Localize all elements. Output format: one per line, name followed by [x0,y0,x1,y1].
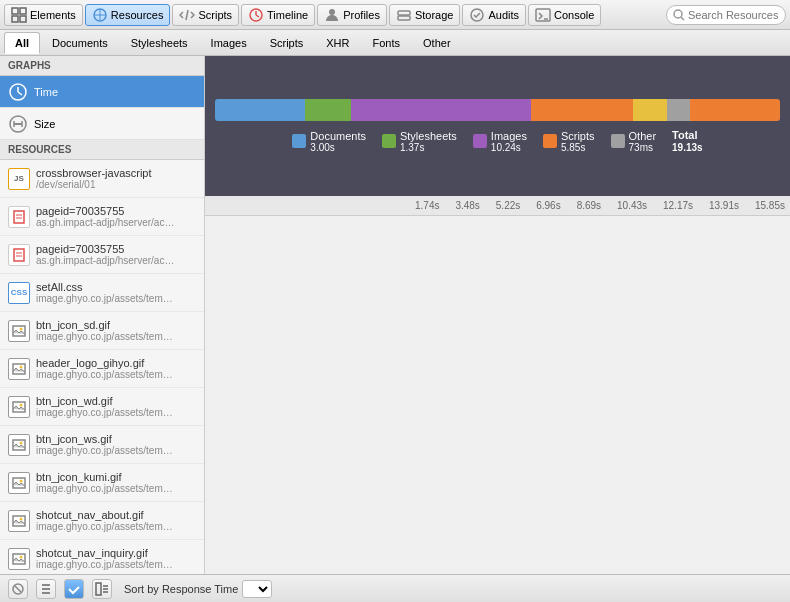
svg-point-34 [20,365,23,368]
resource-url: image.ghyo.co.jp/assets/template''' [36,369,176,380]
resource-url: image.ghyo.co.jp/assets/template''' [36,559,176,570]
resource-text: pageid=70035755 as.gh.impact-adjp/hserve… [36,205,176,228]
timeline-bar-segment [667,99,690,121]
resource-item[interactable]: pageid=70035755 as.gh.impact-adjp/hserve… [0,236,204,274]
filter-tabs: All Documents Stylesheets Images Scripts… [0,30,790,56]
graph-time[interactable]: Time [0,76,204,108]
audits-button[interactable]: Audits [462,4,526,26]
resource-item[interactable]: btn_jcon_kumi.gif image.ghyo.co.jp/asset… [0,464,204,502]
resource-item[interactable]: JS crossbrowser-javascript /dev/serial/0… [0,160,204,198]
svg-point-32 [20,327,23,330]
resource-item[interactable]: btn_jcon_ws.gif image.ghyo.co.jp/assets/… [0,426,204,464]
timeline-bar-segment [215,99,305,121]
svg-rect-2 [12,16,18,22]
legend-color [292,134,306,148]
check-button[interactable] [64,579,84,599]
resources-icon [92,7,108,23]
tab-documents[interactable]: Documents [41,32,119,54]
resource-text: crossbrowser-javascript /dev/serial/01 [36,167,152,190]
tab-xhr[interactable]: XHR [315,32,360,54]
resource-item[interactable]: btn_jcon_sd.gif image.ghyo.co.jp/assets/… [0,312,204,350]
svg-line-9 [256,15,259,17]
resource-icon [8,320,30,342]
resource-item[interactable]: pageid=70035755 as.gh.impact-adjp/hserve… [0,198,204,236]
tab-scripts[interactable]: Scripts [259,32,315,54]
graphs-header: GRAPHS [0,56,204,76]
resource-timeline [205,216,790,574]
resource-text: btn_jcon_ws.gif image.ghyo.co.jp/assets/… [36,433,176,456]
timeline-ruler: 1.74s3.48s5.22s6.96s8.69s10.43s12.17s13.… [205,196,790,216]
resource-item[interactable]: shotcut_nav_inquiry.gif image.ghyo.co.jp… [0,540,204,574]
resource-icon [8,510,30,532]
legend-label: Total19.13s [672,129,703,153]
elements-label: Elements [30,9,76,21]
resource-item[interactable]: header_logo_gihyo.gif image.ghyo.co.jp/a… [0,350,204,388]
clear-button[interactable] [8,579,28,599]
resource-item[interactable]: btn_jcon_wd.gif image.ghyo.co.jp/assets/… [0,388,204,426]
timeline-bar-segment [633,99,667,121]
legend-value: 5.85s [561,142,595,153]
legend-label: Other [629,130,657,142]
resource-item[interactable]: shotcut_nav_about.gif image.ghyo.co.jp/a… [0,502,204,540]
graph-size[interactable]: Size [0,108,204,140]
console-button[interactable]: Console [528,4,601,26]
resource-url: as.gh.impact-adjp/hserver/acc_re''' [36,255,176,266]
svg-rect-12 [398,16,410,20]
legend-item: Scripts 5.85s [543,130,595,153]
resource-name: shotcut_nav_about.gif [36,509,176,521]
legend-text: Documents 3.00s [310,130,366,153]
resources-button[interactable]: Resources [85,4,171,26]
storage-button[interactable]: Storage [389,4,461,26]
sidebar: GRAPHS Time Size RESOURCES JS crossbrows… [0,56,205,574]
tab-stylesheets[interactable]: Stylesheets [120,32,199,54]
scripts-button[interactable]: Scripts [172,4,239,26]
resource-name: btn_jcon_wd.gif [36,395,176,407]
legend-label: Images [491,130,527,142]
resource-text: shotcut_nav_inquiry.gif image.ghyo.co.jp… [36,547,176,570]
tab-fonts[interactable]: Fonts [362,32,412,54]
profiles-button[interactable]: Profiles [317,4,387,26]
svg-line-17 [681,17,684,20]
ruler-tick: 10.43s [617,200,647,211]
main-area: GRAPHS Time Size RESOURCES JS crossbrows… [0,56,790,574]
timeline-bars [215,99,780,121]
resource-url: image.ghyo.co.jp/assets/template''' [36,407,176,418]
ruler-tick: 12.17s [663,200,693,211]
resource-icon [8,206,30,228]
legend-color [473,134,487,148]
resource-text: btn_jcon_kumi.gif image.ghyo.co.jp/asset… [36,471,176,494]
elements-button[interactable]: Elements [4,4,83,26]
ruler-tick: 5.22s [496,200,520,211]
tab-other[interactable]: Other [412,32,462,54]
resource-icon [8,548,30,570]
resource-text: setAll.css image.ghyo.co.jp/assets/templ… [36,281,176,304]
resource-text: shotcut_nav_about.gif image.ghyo.co.jp/a… [36,509,176,532]
timeline-button[interactable]: Timeline [241,4,315,26]
timeline-chart: Documents 3.00s Stylesheets 1.37s Images… [215,99,780,153]
svg-point-10 [329,9,335,15]
resource-text: btn_jcon_sd.gif image.ghyo.co.jp/assets/… [36,319,176,342]
ruler-tick: 15.85s [755,200,785,211]
storage-label: Storage [415,9,454,21]
resource-text: btn_jcon_wd.gif image.ghyo.co.jp/assets/… [36,395,176,418]
svg-rect-11 [398,11,410,15]
list-view-button[interactable] [36,579,56,599]
svg-rect-0 [12,8,18,14]
sort-dropdown[interactable] [242,580,272,598]
search-input[interactable] [688,9,778,21]
svg-point-40 [20,479,23,482]
resource-url: image.ghyo.co.jp/assets/template''' [36,445,176,456]
tab-images[interactable]: Images [200,32,258,54]
ruler-tick: 1.74s [415,200,439,211]
elements-icon [11,7,27,23]
tab-all[interactable]: All [4,32,40,54]
bottom-bar: Sort by Response Time [0,574,790,602]
svg-point-42 [20,517,23,520]
ruler-ticks: 1.74s3.48s5.22s6.96s8.69s10.43s12.17s13.… [410,200,790,211]
detail-button[interactable] [92,579,112,599]
legend-color [382,134,396,148]
resource-item[interactable]: CSS setAll.css image.ghyo.co.jp/assets/t… [0,274,204,312]
resource-icon: CSS [8,282,30,304]
legend-label: Scripts [561,130,595,142]
legend-value: 73ms [629,142,657,153]
